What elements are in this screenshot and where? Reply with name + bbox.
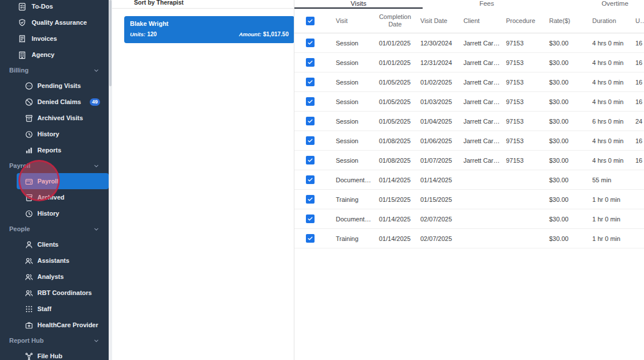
- column-header-visit-date[interactable]: Visit Date: [416, 17, 459, 25]
- sidebar-item-agency[interactable]: Agency: [0, 47, 109, 63]
- row-checkbox[interactable]: [306, 195, 315, 204]
- sidebar-section-report-hub[interactable]: Report Hub: [0, 333, 109, 348]
- sidebar-scrollbar-thumb[interactable]: [109, 0, 112, 86]
- cell-unit: 16: [631, 79, 644, 86]
- sidebar-item-rbt-coordinators[interactable]: RBT Coordinators: [0, 285, 109, 301]
- row-checkbox[interactable]: [306, 78, 315, 86]
- sidebar-item-analysts[interactable]: Analysts: [0, 269, 109, 285]
- column-header-client[interactable]: Client: [459, 17, 501, 25]
- column-header-visit[interactable]: Visit: [331, 17, 374, 25]
- sidebar-item-label: Staff: [37, 305, 51, 312]
- table-row[interactable]: Documentatio...01/14/202501/14/2025$30.0…: [294, 170, 644, 190]
- todos-icon: [18, 2, 26, 11]
- table-row[interactable]: Session01/01/202512/30/2024Jarrett Carva…: [294, 33, 644, 53]
- invoices-icon: [18, 35, 26, 43]
- table-row[interactable]: Session01/08/202501/07/2025Jarrett Carva…: [294, 151, 644, 170]
- row-checkbox[interactable]: [306, 215, 315, 223]
- row-checkbox[interactable]: [306, 39, 315, 47]
- column-header-procedure[interactable]: Procedure: [501, 17, 545, 25]
- sidebar-item-invoices[interactable]: Invoices: [0, 30, 109, 47]
- row-checkbox[interactable]: [306, 17, 315, 25]
- sidebar-item-healthcare-provider[interactable]: HealthCare Provider: [0, 317, 109, 333]
- tab-fees[interactable]: Fees: [423, 0, 551, 9]
- sidebar-item-label: Agency: [32, 51, 55, 58]
- cell-client: Jarrett Carvajal: [459, 79, 501, 86]
- cell-client: Jarrett Carvajal: [459, 40, 501, 47]
- sidebar-item-label: Payroll: [37, 178, 59, 185]
- sidebar-item-quality-assurance[interactable]: Quality Assurance: [0, 14, 109, 30]
- table-body: Session01/01/202512/30/2024Jarrett Carva…: [294, 33, 644, 248]
- table-row[interactable]: Session01/05/202501/04/2025Jarrett Carva…: [294, 112, 644, 131]
- sidebar-item-archived-visits[interactable]: Archived Visits: [0, 110, 109, 126]
- sidebar-item-denied-claims[interactable]: Denied Claims49: [0, 94, 109, 110]
- row-checkbox[interactable]: [306, 156, 315, 164]
- sidebar-item-clients[interactable]: Clients: [0, 236, 109, 252]
- sidebar-item-label: RBT Coordinators: [37, 289, 92, 296]
- cell-completion-date: 01/15/2025: [374, 196, 416, 203]
- sidebar-section-billing[interactable]: Billing: [0, 63, 109, 78]
- sidebar-item-label: Quality Assurance: [32, 19, 87, 26]
- sidebar-item-staff[interactable]: Staff: [0, 301, 109, 317]
- cell-procedure: 97153: [501, 118, 545, 125]
- checkbox-cell: [294, 175, 331, 184]
- cell-visit: Documentatio...: [331, 216, 374, 223]
- table-row[interactable]: Training01/15/202501/15/2025$30.001 hr 0…: [294, 190, 644, 209]
- sidebar-item-history[interactable]: History: [0, 126, 109, 142]
- row-checkbox[interactable]: [306, 234, 315, 243]
- cell-unit: 24: [631, 118, 644, 125]
- cell-client: Jarrett Carvajal: [459, 137, 501, 144]
- sidebar-item-file-hub[interactable]: File Hub: [0, 348, 109, 360]
- sidebar-section-label: Report Hub: [9, 337, 44, 344]
- cell-rate: $30.00: [545, 177, 588, 183]
- sidebar-section-label: Payroll: [9, 162, 30, 169]
- therapist-card-stats: Units:120Amount:$1,017.50: [130, 31, 289, 37]
- column-header-completion-date[interactable]: Completion Date: [374, 13, 416, 28]
- tab-overtime[interactable]: Overtime: [551, 0, 644, 9]
- sidebar-section-label: People: [9, 225, 30, 232]
- sidebar-scrollbar[interactable]: [109, 0, 112, 360]
- checkbox-cell: [294, 117, 331, 125]
- cell-completion-date: 01/08/2025: [374, 157, 416, 164]
- sidebar-item-reports[interactable]: Reports: [0, 142, 109, 158]
- column-header-duration[interactable]: Duration: [588, 17, 631, 25]
- cell-visit-date: 12/30/2024: [416, 40, 459, 47]
- table-row[interactable]: Training01/14/202502/07/2025$30.001 hr 0…: [294, 229, 644, 248]
- row-checkbox[interactable]: [306, 117, 315, 125]
- sidebar-item-label: HealthCare Provider: [37, 321, 98, 328]
- cell-unit: 16: [631, 40, 644, 47]
- checkbox-cell: [294, 39, 331, 47]
- therapist-card-blake-wright[interactable]: Blake WrightUnits:120Amount:$1,017.50: [124, 16, 294, 43]
- row-checkbox[interactable]: [306, 136, 315, 145]
- table-row[interactable]: Session01/05/202501/03/2025Jarrett Carva…: [294, 92, 644, 112]
- column-header-rate[interactable]: Rate($): [545, 17, 588, 25]
- sidebar-item-history[interactable]: History: [0, 205, 109, 221]
- cell-visit-date: 02/07/2025: [416, 235, 459, 242]
- cell-procedure: 97153: [501, 79, 545, 86]
- sidebar-item-pending-visits[interactable]: Pending Visits: [0, 78, 109, 94]
- row-checkbox[interactable]: [306, 97, 315, 106]
- table-row[interactable]: Session01/01/202512/31/2024Jarrett Carva…: [294, 53, 644, 72]
- row-checkbox[interactable]: [306, 175, 315, 184]
- sidebar-item-assistants[interactable]: Assistants: [0, 252, 109, 269]
- cell-completion-date: 01/14/2025: [374, 177, 416, 183]
- sidebar-item-to-dos[interactable]: To-Dos: [0, 0, 109, 14]
- sidebar-section-payroll[interactable]: Payroll: [0, 158, 109, 173]
- sidebar-section-people[interactable]: People: [0, 221, 109, 236]
- tab-label: Overtime: [601, 0, 628, 8]
- column-header-unit[interactable]: Unit: [631, 17, 644, 25]
- sidebar-item-label: Pending Visits: [37, 82, 81, 89]
- sidebar-item-archived[interactable]: Archived: [0, 189, 109, 205]
- sidebar-item-label: Analysts: [37, 273, 64, 280]
- cell-rate: $30.00: [545, 235, 588, 242]
- table-row[interactable]: Documentatio...01/14/202502/07/2025$30.0…: [294, 209, 644, 229]
- cell-rate: $30.00: [545, 59, 588, 66]
- people-icon: [25, 256, 33, 265]
- cell-completion-date: 01/14/2025: [374, 235, 416, 242]
- table-row[interactable]: Session01/08/202501/06/2025Jarrett Carva…: [294, 131, 644, 151]
- sidebar-item-payroll[interactable]: Payroll: [17, 173, 109, 189]
- cell-visit-date: 01/06/2025: [416, 137, 459, 144]
- cell-completion-date: 01/01/2025: [374, 59, 416, 66]
- table-row[interactable]: Session01/05/202501/02/2025Jarrett Carva…: [294, 72, 644, 92]
- tab-visits[interactable]: Visits: [294, 0, 423, 9]
- row-checkbox[interactable]: [306, 58, 315, 67]
